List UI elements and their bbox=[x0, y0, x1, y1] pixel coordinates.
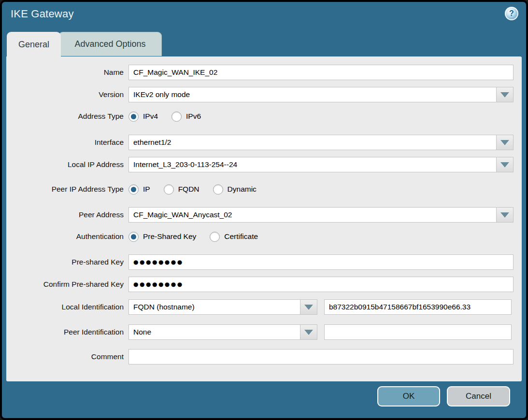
tab-advanced-options[interactable]: Advanced Options bbox=[58, 32, 162, 56]
peer-address-dropdown[interactable]: CF_Magic_WAN_Anycast_02 bbox=[128, 207, 514, 223]
local-identification-type-dropdown[interactable]: FQDN (hostname) bbox=[128, 299, 317, 315]
chevron-down-icon bbox=[304, 305, 313, 310]
ok-button-label: OK bbox=[403, 392, 415, 401]
ipv4-radio[interactable] bbox=[128, 112, 139, 122]
confirm-pre-shared-key-label: Confirm Pre-shared Key bbox=[6, 280, 128, 289]
auth-certificate-radio-label: Certificate bbox=[224, 232, 258, 241]
peer-address-label: Peer Address bbox=[6, 210, 128, 219]
peer-identification-label: Peer Identification bbox=[6, 328, 128, 336]
auth-psk-radio-label: Pre-Shared Key bbox=[143, 232, 196, 241]
local-ip-label: Local IP Address bbox=[6, 160, 128, 169]
address-type-ipv6-option[interactable]: IPv6 bbox=[171, 112, 201, 122]
peer-fqdn-radio[interactable] bbox=[164, 184, 174, 195]
peer-fqdn-radio-label: FQDN bbox=[178, 185, 200, 194]
auth-certificate-option[interactable]: Certificate bbox=[210, 232, 258, 242]
auth-certificate-radio[interactable] bbox=[210, 232, 220, 242]
address-type-label: Address Type bbox=[6, 112, 128, 121]
pre-shared-key-input[interactable] bbox=[128, 254, 514, 270]
cancel-button[interactable]: Cancel bbox=[447, 386, 510, 406]
row-peer-ip-type: Peer IP Address Type IP FQDN Dynamic bbox=[6, 182, 514, 196]
interface-label: Interface bbox=[6, 138, 128, 147]
local-identification-type-value: FQDN (hostname) bbox=[129, 300, 300, 314]
row-interface: Interface ethernet1/2 bbox=[6, 135, 514, 150]
peer-ip-type-label: Peer IP Address Type bbox=[6, 185, 128, 194]
peer-address-dropdown-button[interactable] bbox=[496, 208, 513, 222]
local-ip-dropdown[interactable]: Internet_L3_203-0-113-254--24 bbox=[128, 157, 514, 172]
chevron-down-icon bbox=[304, 330, 313, 335]
comment-input[interactable] bbox=[128, 349, 514, 364]
title-bar: IKE Gateway ? bbox=[2, 2, 526, 31]
ok-button[interactable]: OK bbox=[377, 386, 440, 406]
peer-type-dynamic-option[interactable]: Dynamic bbox=[213, 184, 257, 195]
authentication-label: Authentication bbox=[6, 232, 128, 241]
row-peer-identification: Peer Identification None bbox=[6, 324, 514, 340]
cancel-button-label: Cancel bbox=[466, 392, 491, 401]
row-confirm-pre-shared-key: Confirm Pre-shared Key bbox=[6, 277, 514, 292]
peer-identification-type-value: None bbox=[129, 325, 300, 339]
local-identification-label: Local Identification bbox=[6, 303, 128, 311]
local-identification-value-input[interactable] bbox=[324, 299, 512, 315]
row-comment: Comment bbox=[6, 349, 514, 364]
peer-ip-radio-label: IP bbox=[143, 185, 150, 194]
interface-dropdown-button[interactable] bbox=[496, 135, 513, 150]
local-ip-value: Internet_L3_203-0-113-254--24 bbox=[129, 157, 496, 172]
peer-identification-dropdown-button[interactable] bbox=[300, 325, 317, 339]
row-local-ip: Local IP Address Internet_L3_203-0-113-2… bbox=[6, 157, 514, 172]
peer-type-fqdn-option[interactable]: FQDN bbox=[164, 184, 200, 195]
row-name: Name bbox=[6, 65, 514, 80]
name-input[interactable] bbox=[128, 65, 514, 80]
chevron-down-icon bbox=[500, 162, 509, 168]
row-authentication: Authentication Pre-Shared Key Certificat… bbox=[6, 230, 514, 243]
tab-general-label: General bbox=[18, 40, 49, 50]
tab-general[interactable]: General bbox=[7, 32, 61, 57]
name-label: Name bbox=[6, 68, 128, 77]
local-ip-dropdown-button[interactable] bbox=[496, 157, 513, 172]
ipv6-radio[interactable] bbox=[171, 112, 182, 122]
peer-address-value: CF_Magic_WAN_Anycast_02 bbox=[129, 208, 496, 222]
pre-shared-key-label: Pre-shared Key bbox=[6, 258, 128, 266]
ipv4-radio-label: IPv4 bbox=[143, 112, 158, 121]
version-dropdown-button[interactable] bbox=[496, 87, 513, 102]
ipv6-radio-label: IPv6 bbox=[186, 112, 201, 121]
auth-psk-radio[interactable] bbox=[128, 232, 139, 242]
ike-gateway-dialog: IKE Gateway ? General Advanced Options N… bbox=[0, 0, 528, 420]
peer-type-ip-option[interactable]: IP bbox=[128, 184, 150, 195]
peer-ip-radio[interactable] bbox=[128, 184, 139, 195]
version-label: Version bbox=[6, 90, 128, 99]
peer-dynamic-radio-label: Dynamic bbox=[228, 185, 257, 194]
version-value: IKEv2 only mode bbox=[129, 87, 496, 102]
general-tab-panel: Name Version IKEv2 only mode Address Typ… bbox=[6, 56, 522, 381]
comment-label: Comment bbox=[6, 352, 128, 361]
dialog-title: IKE Gateway bbox=[11, 8, 74, 20]
peer-identification-value-input[interactable] bbox=[324, 324, 512, 340]
version-dropdown[interactable]: IKEv2 only mode bbox=[128, 87, 514, 102]
address-type-ipv4-option[interactable]: IPv4 bbox=[128, 112, 158, 122]
chevron-down-icon bbox=[500, 212, 509, 218]
confirm-pre-shared-key-input[interactable] bbox=[128, 277, 514, 292]
row-address-type: Address Type IPv4 IPv6 bbox=[6, 110, 514, 123]
chevron-down-icon bbox=[500, 92, 509, 98]
row-version: Version IKEv2 only mode bbox=[6, 87, 514, 102]
local-identification-dropdown-button[interactable] bbox=[300, 300, 317, 314]
interface-dropdown[interactable]: ethernet1/2 bbox=[128, 135, 514, 150]
chevron-down-icon bbox=[500, 140, 509, 145]
tab-advanced-options-label: Advanced Options bbox=[74, 39, 145, 49]
row-pre-shared-key: Pre-shared Key bbox=[6, 254, 514, 270]
peer-identification-type-dropdown[interactable]: None bbox=[128, 324, 317, 340]
help-icon[interactable]: ? bbox=[505, 7, 518, 20]
row-peer-address: Peer Address CF_Magic_WAN_Anycast_02 bbox=[6, 207, 514, 223]
peer-dynamic-radio[interactable] bbox=[213, 184, 223, 195]
auth-psk-option[interactable]: Pre-Shared Key bbox=[128, 232, 196, 242]
row-local-identification: Local Identification FQDN (hostname) bbox=[6, 299, 514, 315]
interface-value: ethernet1/2 bbox=[129, 135, 496, 150]
